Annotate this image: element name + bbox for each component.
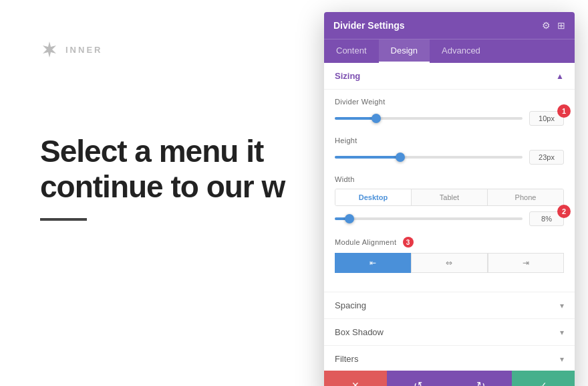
save-button[interactable]: ✓ (512, 371, 575, 386)
box-shadow-label: Box Shadow (335, 327, 384, 337)
spacing-chevron-icon: ▾ (560, 301, 564, 310)
filters-section[interactable]: Filters ▾ (324, 346, 575, 371)
panel-header: Divider Settings ⚙ ⊞ (324, 12, 575, 39)
box-shadow-section[interactable]: Box Shadow ▾ (324, 319, 575, 346)
device-tabs: Desktop Tablet Phone (335, 189, 564, 206)
filters-label: Filters (335, 354, 358, 364)
panel-body: Sizing ▲ Divider Weight 10px 1 (324, 63, 575, 371)
filters-chevron-icon: ▾ (560, 355, 564, 364)
panel-tabs: Content Design Advanced (324, 39, 575, 63)
logo-icon (40, 40, 59, 59)
width-label: Width (335, 175, 564, 183)
divider-weight-value-wrapper: 10px 1 (529, 111, 564, 126)
reset-button[interactable]: ↺ (387, 371, 450, 386)
module-alignment-field: Module Alignment 3 ⇤ ⇔ ⇥ (335, 237, 564, 273)
sizing-chevron-icon: ▲ (556, 72, 564, 81)
align-center-icon: ⇔ (446, 258, 452, 268)
divider-weight-badge: 1 (557, 104, 571, 118)
headline: Select a menu it continue to our w (40, 134, 294, 221)
height-slider[interactable] (335, 156, 523, 159)
tab-design[interactable]: Design (379, 39, 430, 63)
panel-footer: ✕ ↺ ↻ ✓ (324, 371, 575, 386)
expand-icon[interactable]: ⊞ (557, 20, 565, 31)
device-tab-desktop[interactable]: Desktop (335, 189, 412, 205)
height-field: Height 23px (335, 136, 564, 165)
width-field: Width Desktop Tablet Phone (335, 175, 564, 226)
height-value[interactable]: 23px (529, 150, 564, 165)
alignment-buttons: ⇤ ⇔ ⇥ (335, 253, 564, 273)
svg-point-0 (47, 47, 51, 52)
width-slider[interactable] (335, 217, 523, 220)
width-slider-row: 8% 2 (335, 211, 564, 226)
align-left-button[interactable]: ⇤ (335, 253, 411, 273)
panel-header-icons: ⚙ ⊞ (542, 20, 565, 31)
headline-underline (40, 218, 87, 221)
module-alignment-badge: 3 (403, 237, 414, 248)
redo-button[interactable]: ↻ (450, 371, 512, 386)
tab-content[interactable]: Content (324, 39, 379, 63)
divider-weight-label: Divider Weight (335, 98, 564, 106)
cancel-button[interactable]: ✕ (324, 371, 387, 386)
cancel-icon: ✕ (351, 380, 359, 386)
align-center-button[interactable]: ⇔ (411, 253, 487, 273)
box-shadow-chevron-icon: ▾ (560, 328, 564, 337)
align-right-icon: ⇥ (523, 258, 529, 268)
spacing-label: Spacing (335, 300, 366, 310)
divider-settings-panel: Divider Settings ⚙ ⊞ Content Design Adva… (324, 12, 575, 386)
width-badge: 2 (557, 205, 571, 218)
width-value-wrapper: 8% 2 (529, 211, 564, 226)
sizing-section-header[interactable]: Sizing ▲ (324, 63, 575, 90)
divider-weight-slider-row: 10px 1 (335, 111, 564, 126)
module-alignment-label: Module Alignment 3 (335, 237, 564, 248)
height-label: Height (335, 136, 564, 144)
divider-weight-field: Divider Weight 10px 1 (335, 98, 564, 126)
spacing-section[interactable]: Spacing ▾ (324, 292, 575, 319)
device-tab-phone[interactable]: Phone (488, 189, 563, 205)
settings-icon[interactable]: ⚙ (542, 20, 551, 31)
divider-weight-slider[interactable] (335, 117, 523, 120)
save-icon: ✓ (539, 380, 547, 386)
reset-icon: ↺ (414, 379, 422, 387)
logo: INNER (40, 40, 102, 59)
height-slider-row: 23px (335, 150, 564, 165)
headline-text: Select a menu it continue to our w (40, 134, 294, 205)
panel-title: Divider Settings (333, 20, 405, 31)
logo-text: INNER (65, 45, 102, 55)
align-left-icon: ⇤ (370, 258, 376, 268)
device-tab-tablet[interactable]: Tablet (412, 189, 488, 205)
sizing-title: Sizing (335, 71, 360, 81)
align-right-button[interactable]: ⇥ (488, 253, 564, 273)
redo-icon: ↻ (476, 379, 485, 387)
sizing-section-content: Divider Weight 10px 1 Height (324, 90, 575, 292)
tab-advanced[interactable]: Advanced (430, 39, 492, 63)
